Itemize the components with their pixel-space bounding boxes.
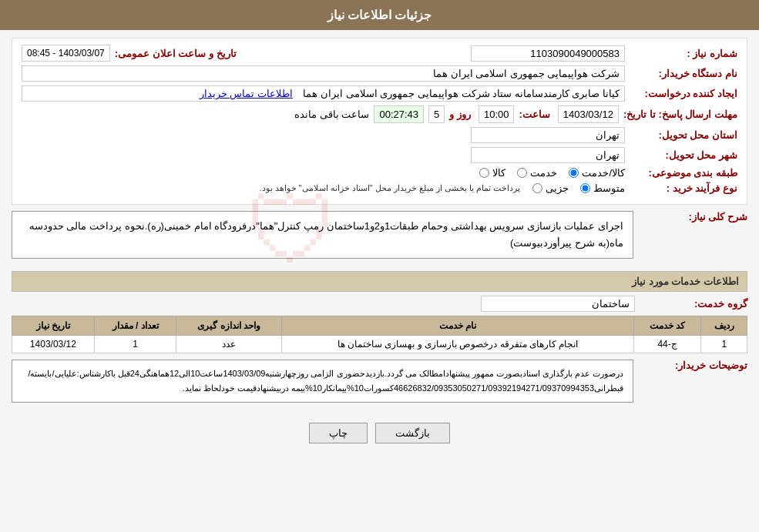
cell-row: 1 — [701, 336, 747, 353]
main-info-section: شماره نیاز : 1103090049000583 تاریخ و سا… — [12, 38, 747, 205]
response-deadline-row: مهلت ارسال پاسخ: تا تاریخ: 1403/03/12 سا… — [22, 105, 737, 123]
creator-label: ایجاد کننده درخواست: — [630, 88, 737, 99]
back-button[interactable]: بازگشت — [375, 423, 450, 443]
service-group-value: ساختمان — [481, 296, 635, 312]
category-radio-khadamat[interactable] — [517, 168, 527, 178]
category-option-khadamat: خدمت — [517, 167, 557, 179]
response-time: 10:00 — [479, 105, 515, 123]
cell-unit: عدد — [176, 336, 282, 353]
category-radio-kala[interactable] — [479, 168, 489, 178]
purchase-label-motevaset: متوسط — [593, 182, 625, 194]
col-header-qty: تعداد / مقدار — [94, 316, 176, 336]
purchase-type-label: نوع فرآیند خرید : — [630, 182, 737, 194]
creator-value: کیانا صابری کارمندسامانه ستاد شرکت هواپی… — [22, 85, 625, 102]
category-label-khadamat: خدمت — [530, 167, 557, 179]
page-title: جزئیات اطلاعات نیاز — [327, 8, 432, 22]
category-label-kala-khadamat: کالا/خدمت — [582, 167, 625, 179]
description-row: شرح کلی نیاز: اجرای عملیات بازسازی سرویس… — [12, 211, 747, 265]
creator-contact-link[interactable]: اطلاعات تماس خریدار — [200, 88, 293, 99]
province-value: تهران — [471, 127, 625, 143]
response-days: 5 — [428, 105, 445, 123]
response-time-label: ساعت: — [519, 109, 549, 120]
purchase-type-jozii: جزیی — [532, 182, 569, 194]
col-header-unit: واحد اندازه گیری — [176, 316, 282, 336]
need-number-row: شماره نیاز : 1103090049000583 تاریخ و سا… — [22, 45, 737, 62]
buyer-notes-row: توضیحات خریدار: درصورت عدم بارگذاری اسنا… — [12, 360, 747, 408]
cell-code: ج-44 — [633, 336, 701, 353]
category-row: طبقه بندی موضوعی: کالا خدمت کالا/خدمت — [22, 167, 737, 179]
service-group-row: گروه خدمت: ساختمان — [12, 296, 747, 312]
services-table: ردیف کد خدمت نام خدمت واحد اندازه گیری ت… — [12, 316, 747, 353]
description-label: شرح کلی نیاز: — [640, 211, 747, 265]
need-number-label: شماره نیاز : — [630, 48, 737, 59]
category-radio-group: کالا خدمت کالا/خدمت — [479, 167, 625, 179]
page-wrapper: 🛡 جزئیات اطلاعات نیاز شماره نیاز : 11030… — [0, 0, 759, 532]
col-header-name: نام خدمت — [282, 316, 634, 336]
action-buttons: بازگشت چاپ — [12, 415, 747, 451]
cell-name: انجام کارهای متفرقه درخصوص بازسازی و بهس… — [282, 336, 634, 353]
category-label-kala: کالا — [492, 167, 505, 179]
category-option-kala: کالا — [479, 167, 505, 179]
services-section-title: اطلاعات خدمات مورد نیاز — [12, 271, 747, 292]
purchase-radio-motevaset[interactable] — [580, 183, 590, 193]
city-value: تهران — [471, 147, 625, 163]
city-row: شهر محل تحویل: تهران — [22, 147, 737, 163]
purchase-label-jozii: جزیی — [546, 182, 569, 194]
category-radio-kala-khadamat[interactable] — [569, 168, 579, 178]
city-label: شهر محل تحویل: — [630, 149, 737, 161]
buyer-org-label: نام دستگاه خریدار: — [630, 68, 737, 79]
response-deadline-label: مهلت ارسال پاسخ: تا تاریخ: — [623, 109, 737, 120]
purchase-type-row: نوع فرآیند خرید : جزیی متوسط پرداخت تمام… — [22, 182, 737, 194]
province-row: استان محل تحویل: تهران — [22, 127, 737, 143]
province-label: استان محل تحویل: — [630, 129, 737, 141]
col-header-row: ردیف — [701, 316, 747, 336]
print-button[interactable]: چاپ — [309, 423, 368, 443]
buyer-notes-label: توضیحات خریدار: — [640, 360, 747, 371]
cell-date: 1403/03/12 — [12, 336, 95, 353]
buyer-notes-text: درصورت عدم بارگذاری اسنادبصورت ممهور پیش… — [12, 360, 633, 402]
announce-date-value: 1403/03/07 - 08:45 — [22, 45, 110, 62]
services-table-section: ردیف کد خدمت نام خدمت واحد اندازه گیری ت… — [12, 316, 747, 353]
creator-row: ایجاد کننده درخواست: کیانا صابری کارمندس… — [22, 85, 737, 102]
category-label: طبقه بندی موضوعی: — [630, 167, 737, 179]
announce-date-label: تاریخ و ساعت اعلان عمومی: — [115, 48, 237, 59]
description-value: اجرای عملیات بازسازی سرویس بهداشتی وحمام… — [12, 211, 633, 259]
col-header-code: کد خدمت — [633, 316, 701, 336]
col-header-date: تاریخ نیاز — [12, 316, 95, 336]
category-option-kala-khadamat: کالا/خدمت — [569, 167, 625, 179]
main-content: شماره نیاز : 1103090049000583 تاریخ و سا… — [0, 30, 759, 459]
page-header: جزئیات اطلاعات نیاز — [0, 0, 759, 30]
cell-qty: 1 — [94, 336, 176, 353]
purchase-type-note: پرداخت تمام یا بخشی از مبلغ خریدار محل "… — [259, 183, 520, 193]
remaining-label: ساعت باقی مانده — [294, 109, 369, 120]
need-number-value: 1103090049000583 — [471, 45, 625, 62]
purchase-radio-jozii[interactable] — [532, 183, 542, 193]
purchase-type-radio-group: جزیی متوسط — [532, 182, 625, 194]
buyer-org-row: نام دستگاه خریدار: شرکت هواپیمایی جمهوری… — [22, 65, 737, 82]
table-row: 1 ج-44 انجام کارهای متفرقه درخصوص بازساز… — [12, 336, 747, 353]
remaining-time: 00:27:43 — [374, 105, 424, 123]
purchase-type-motevaset: متوسط — [580, 182, 625, 194]
response-day-label: روز و — [449, 109, 471, 120]
buyer-org-value: شرکت هواپیمایی جمهوری اسلامی ایران هما — [22, 65, 625, 82]
service-group-label: گروه خدمت: — [640, 298, 747, 309]
response-date: 1403/03/12 — [558, 105, 619, 123]
